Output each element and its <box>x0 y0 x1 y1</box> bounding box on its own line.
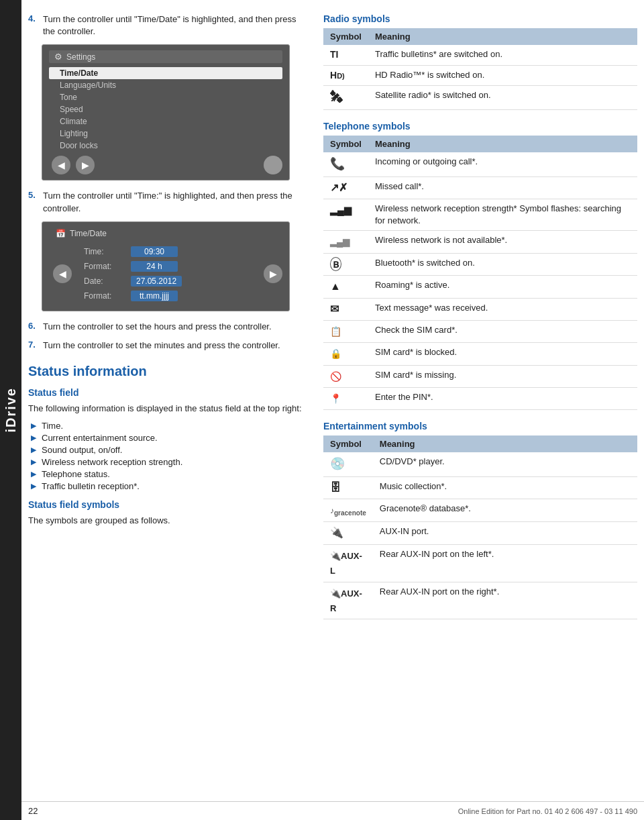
ent-meaning-aux-r: Rear AUX-IN port on the right*. <box>373 582 637 619</box>
bullet-arrow-1: ▶ <box>31 421 36 430</box>
tel-col-meaning: Meaning <box>368 136 637 152</box>
left-column: 4. Turn the controller until "Time/Date"… <box>28 13 310 630</box>
ent-row-music: 🗄 Music collection*. <box>323 476 637 499</box>
ent-symbol-cd: 💿 <box>323 452 373 476</box>
radio-table-header: Symbol Meaning <box>323 28 637 45</box>
step-6-text: Turn the controller to set the hours and… <box>43 321 272 333</box>
tel-meaning-bluetooth: Bluetooth* is switched on. <box>368 253 637 275</box>
status-field-para: The following information is displayed i… <box>28 402 310 415</box>
radio-row-ti: TI Traffic bulletins* are switched on. <box>323 45 637 65</box>
status-field-symbols-heading: Status field symbols <box>28 499 310 510</box>
bullet-arrow-3: ▶ <box>31 446 36 454</box>
menu-item-timedate: Time/Date <box>49 67 282 79</box>
tel-meaning-call: Incoming or outgoing call*. <box>368 152 637 176</box>
tel-symbol-bluetooth: ʙ <box>323 253 368 275</box>
ent-row-gracenote: ♪gracenote Gracenote® database*. <box>323 499 637 522</box>
status-field-heading: Status field <box>28 387 310 398</box>
status-field-symbols-para: The symbols are grouped as follows. <box>28 514 310 527</box>
step-5-num: 5. <box>28 190 39 214</box>
right-column: Radio symbols Symbol Meaning TI Traffic … <box>323 13 637 630</box>
radio-symbols-heading: Radio symbols <box>323 13 637 24</box>
bullet-wireless: ▶Wireless network reception strength. <box>31 457 310 467</box>
tel-row-pin: 📍 Enter the PIN*. <box>323 388 637 410</box>
calendar-icon: 📅 <box>56 229 66 238</box>
status-field-bullets: ▶Time. ▶Current entertainment source. ▶S… <box>31 421 310 491</box>
settings-title-bar: ⚙ Settings <box>49 50 282 63</box>
step-7-text: Turn the controller to set the minutes a… <box>43 340 280 352</box>
ent-row-cd: 💿 CD/DVD* player. <box>323 452 637 476</box>
bullet-sound: ▶Sound output, on/off. <box>31 445 310 455</box>
radio-col-meaning: Meaning <box>368 28 637 45</box>
ent-symbol-gracenote: ♪gracenote <box>323 499 373 522</box>
ent-row-aux: 🔌 AUX-IN port. <box>323 522 637 544</box>
step-6-num: 6. <box>28 321 39 333</box>
tel-row-bluetooth: ʙ Bluetooth* is switched on. <box>323 253 637 275</box>
menu-item-climate: Climate <box>49 115 282 127</box>
format-row-1: Format: 24 h <box>77 260 258 273</box>
telephone-symbols-heading: Telephone symbols <box>323 121 637 132</box>
bullet-traffic: ▶Traffic bulletin reception*. <box>31 481 310 491</box>
tel-meaning-roaming: Roaming* is active. <box>368 276 637 298</box>
radio-symbol-satellite: 🛰 <box>323 86 368 110</box>
telephone-symbols-table: Symbol Meaning 📞 Incoming or outgoing ca… <box>323 136 637 410</box>
nav-right-arrow: ▶ <box>76 156 95 174</box>
ent-meaning-gracenote: Gracenote® database*. <box>373 499 637 522</box>
radio-symbol-hd: HD) <box>323 65 368 86</box>
tel-symbol-sim-blocked: 🔒 <box>323 343 368 365</box>
radio-meaning-satellite: Satellite radio* is switched on. <box>368 86 637 110</box>
ent-col-meaning: Meaning <box>373 435 637 452</box>
radio-col-symbol: Symbol <box>323 28 368 45</box>
tel-row-signal: ▂▄▆ Wireless network reception strength*… <box>323 199 637 230</box>
bullet-arrow-5: ▶ <box>31 470 36 478</box>
tel-col-symbol: Symbol <box>323 136 368 152</box>
settings-title: Settings <box>66 52 95 62</box>
step-7: 7. Turn the controller to set the minute… <box>28 340 310 352</box>
radio-meaning-ti: Traffic bulletins* are switched on. <box>368 45 637 65</box>
ent-row-aux-r: 🔌AUX-R Rear AUX-IN port on the right*. <box>323 582 637 619</box>
radio-row-satellite: 🛰 Satellite radio* is switched on. <box>323 86 637 110</box>
bullet-arrow-6: ▶ <box>31 482 36 491</box>
gear-icon: ⚙ <box>54 52 62 62</box>
tel-symbol-missed: ↗✗ <box>323 176 368 199</box>
time-row: Time: 09:30 <box>77 245 258 258</box>
nav-right-2: ▶ <box>264 264 282 283</box>
menu-item-speed: Speed <box>49 103 282 115</box>
radio-symbol-ti: TI <box>323 45 368 65</box>
status-info-heading: Status information <box>28 364 310 379</box>
menu-item-lighting: Lighting <box>49 127 282 140</box>
step-7-num: 7. <box>28 340 39 352</box>
nav-left-2: ◀ <box>53 264 72 283</box>
tel-symbol-sim-check: 📋 <box>323 320 368 342</box>
bullet-telephone: ▶Telephone status. <box>31 469 310 479</box>
tel-meaning-pin: Enter the PIN*. <box>368 388 637 410</box>
radio-row-hd: HD) HD Radio™* is switched on. <box>323 65 637 86</box>
radio-symbols-table: Symbol Meaning TI Traffic bulletins* are… <box>323 28 637 110</box>
tel-row-sms: ✉ Text message* was received. <box>323 298 637 320</box>
idrive-label: iDrive <box>3 387 19 433</box>
format-row-2: Format: tt.mm.jjjj <box>77 289 258 303</box>
tel-row-sim-missing: 🚫 SIM card* is missing. <box>323 365 637 387</box>
ent-col-symbol: Symbol <box>323 435 373 452</box>
date-row: Date: 27.05.2012 <box>77 274 258 288</box>
step-4-num: 4. <box>28 13 39 38</box>
bullet-time: ▶Time. <box>31 421 310 431</box>
nav-circle-right <box>264 156 282 174</box>
footer: 22 Online Edition for Part no. 01 40 2 6… <box>21 801 644 820</box>
settings-screenshot: ⚙ Settings Time/Date Language/Units Tone… <box>42 44 290 181</box>
tel-meaning-sms: Text message* was received. <box>368 298 637 320</box>
ent-meaning-aux: AUX-IN port. <box>373 522 637 544</box>
page-number: 22 <box>28 806 38 816</box>
ent-symbol-aux: 🔌 <box>323 522 373 544</box>
menu-item-language: Language/Units <box>49 79 282 91</box>
tel-meaning-no-signal: Wireless network is not available*. <box>368 231 637 253</box>
nav-left-arrow: ◀ <box>52 156 70 174</box>
step-4-text: Turn the controller until "Time/Date" is… <box>43 13 310 38</box>
tel-meaning-sim-check: Check the SIM card*. <box>368 320 637 342</box>
tel-symbol-pin: 📍 <box>323 388 368 410</box>
step-5: 5. Turn the controller until "Time:" is … <box>28 190 310 214</box>
bullet-arrow-4: ▶ <box>31 458 36 466</box>
timedate-screenshot: 📅 Time/Date ◀ Time: 09:30 Format: 24 h D… <box>42 221 290 311</box>
tel-meaning-sim-blocked: SIM card* is blocked. <box>368 343 637 365</box>
tel-meaning-signal: Wireless network reception strength* Sym… <box>368 199 637 230</box>
bullet-entertainment: ▶Current entertainment source. <box>31 433 310 443</box>
